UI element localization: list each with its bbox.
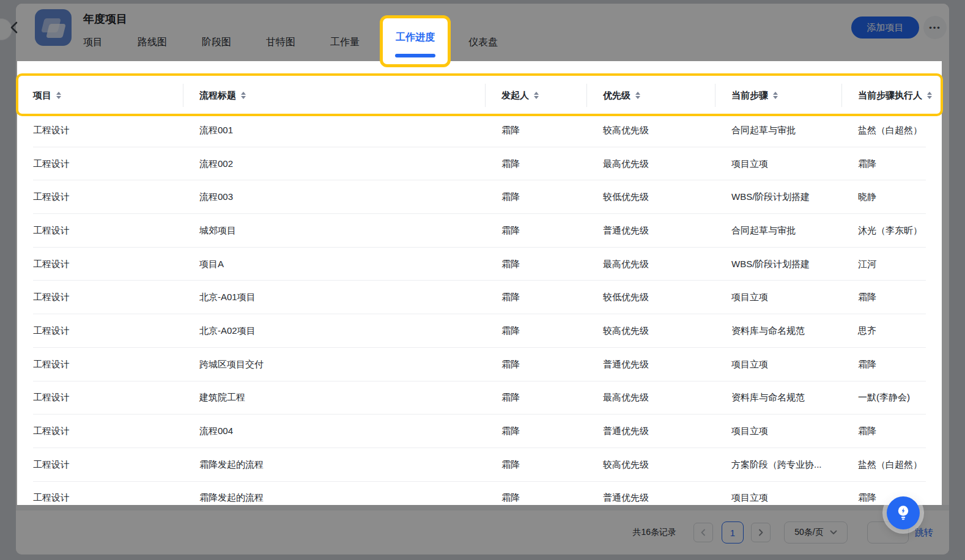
table-cell: 流程001 <box>183 125 486 136</box>
table-cell: 北京-A01项目 <box>183 292 486 303</box>
table-row[interactable]: 工程设计 北京-A02项目 霜降 较高优先级 资料库与命名规范 思齐 <box>17 314 942 348</box>
table-cell: 最高优先级 <box>587 158 715 170</box>
table-cell: 工程设计 <box>17 225 183 237</box>
table-cell: 沐光（李东昕） <box>842 225 942 237</box>
table-cell: 霜降 <box>842 292 942 303</box>
column-header-current-step[interactable]: 当前步骤 <box>715 77 842 114</box>
table-row[interactable]: 工程设计 建筑院工程 霜降 最高优先级 资料库与命名规范 一默(李静会) <box>17 381 942 415</box>
table-cell: 流程002 <box>183 158 486 170</box>
table-cell: 工程设计 <box>17 426 183 437</box>
table-row[interactable]: 工程设计 霜降发起的流程 霜降 普通优先级 项目立项 霜降 <box>17 482 942 505</box>
table-cell: 流程004 <box>183 426 486 437</box>
column-header-flow-title[interactable]: 流程标题 <box>183 77 486 114</box>
table-cell: 盐然（白超然） <box>842 459 942 471</box>
table-row[interactable]: 工程设计 流程001 霜降 较高优先级 合同起草与审批 盐然（白超然） <box>17 114 942 147</box>
table-cell: 霜降 <box>486 191 587 203</box>
table-cell: 项目立项 <box>715 292 842 303</box>
sort-icon <box>635 92 640 99</box>
table-cell: 较高优先级 <box>587 325 715 337</box>
table-cell: 普通优先级 <box>587 225 715 237</box>
table-cell: 霜降 <box>486 359 587 370</box>
table-cell: 霜降发起的流程 <box>183 459 486 471</box>
table-cell: 霜降 <box>486 459 587 471</box>
table-cell: 建筑院工程 <box>183 392 486 403</box>
table-row[interactable]: 工程设计 跨城区项目交付 霜降 普通优先级 项目立项 霜降 <box>17 348 942 381</box>
table-cell: 霜降 <box>486 492 587 504</box>
table-cell: 普通优先级 <box>587 359 715 370</box>
table-cell: 项目立项 <box>715 492 842 504</box>
table-cell: 工程设计 <box>17 125 183 136</box>
table-cell: 工程设计 <box>17 158 183 170</box>
table-cell: 霜降 <box>842 359 942 370</box>
column-header-initiator[interactable]: 发起人 <box>486 77 587 114</box>
table-cell: 方案阶段（跨专业协... <box>715 459 842 471</box>
table-row[interactable]: 工程设计 北京-A01项目 霜降 较低优先级 项目立项 霜降 <box>17 281 942 314</box>
table-cell: 北京-A02项目 <box>183 325 486 337</box>
table-row[interactable]: 工程设计 流程002 霜降 最高优先级 项目立项 霜降 <box>17 147 942 181</box>
sort-icon <box>534 92 539 99</box>
table-cell: 工程设计 <box>17 459 183 471</box>
table-cell: 工程设计 <box>17 259 183 270</box>
tour-dim-overlay <box>942 61 965 505</box>
table-cell: 最高优先级 <box>587 392 715 403</box>
table-cell: 资料库与命名规范 <box>715 325 842 337</box>
active-tab-label: 工作进度 <box>396 31 435 64</box>
table-cell: 霜降 <box>486 225 587 237</box>
table-cell: 霜降 <box>486 292 587 303</box>
table-cell: 合同起草与审批 <box>715 225 842 237</box>
column-header-current-step-executor[interactable]: 当前步骤执行人 <box>842 77 942 114</box>
table-cell: WBS/阶段计划搭建 <box>715 259 842 270</box>
table-cell: 跨城区项目交付 <box>183 359 486 370</box>
sort-icon <box>241 92 246 99</box>
sort-icon <box>927 92 932 99</box>
table-cell: 工程设计 <box>17 292 183 303</box>
table-cell: 霜降 <box>842 426 942 437</box>
table-cell: 霜降 <box>486 392 587 403</box>
table-cell: 普通优先级 <box>587 492 715 504</box>
column-header-project[interactable]: 项目 <box>17 77 183 114</box>
table-cell: 城郊项目 <box>183 225 486 237</box>
column-header-priority[interactable]: 优先级 <box>587 77 715 114</box>
table-cell: 思齐 <box>842 325 942 337</box>
table-row[interactable]: 工程设计 项目A 霜降 最高优先级 WBS/阶段计划搭建 江河 <box>17 248 942 281</box>
table-cell: 霜降 <box>486 325 587 337</box>
table-cell: 合同起草与审批 <box>715 125 842 136</box>
table-cell: 较高优先级 <box>587 125 715 136</box>
table-cell: 流程003 <box>183 191 486 203</box>
table-cell: WBS/阶段计划搭建 <box>715 191 842 203</box>
table-cell: 霜降发起的流程 <box>183 492 486 504</box>
table-cell: 项目立项 <box>715 426 842 437</box>
table-cell: 工程设计 <box>17 325 183 337</box>
tour-highlight-work-progress-tab[interactable]: 工作进度 <box>380 15 451 67</box>
table-cell: 霜降 <box>486 158 587 170</box>
table-cell: 项目立项 <box>715 359 842 370</box>
table-cell: 较高优先级 <box>587 459 715 471</box>
sort-icon <box>773 92 778 99</box>
app-window: 年度项目 项目 路线图 阶段图 甘特图 工作量 工作进度 仪表盘 添加项目 ••… <box>0 0 965 560</box>
active-tab-underline <box>395 54 435 57</box>
table-cell: 霜降 <box>486 125 587 136</box>
table-row[interactable]: 工程设计 城郊项目 霜降 普通优先级 合同起草与审批 沐光（李东昕） <box>17 214 942 248</box>
table-cell: 较低优先级 <box>587 191 715 203</box>
lightbulb-icon <box>895 504 911 521</box>
work-progress-table: 项目 流程标题 发起人 优先级 当前步骤 <box>17 61 942 505</box>
table-cell: 工程设计 <box>17 492 183 504</box>
table-body: 工程设计 流程001 霜降 较高优先级 合同起草与审批 盐然（白超然） 工程设计… <box>17 114 942 505</box>
table-row[interactable]: 工程设计 霜降发起的流程 霜降 较高优先级 方案阶段（跨专业协... 盐然（白超… <box>17 448 942 482</box>
table-cell: 霜降 <box>486 259 587 270</box>
table-row[interactable]: 工程设计 流程004 霜降 普通优先级 项目立项 霜降 <box>17 414 942 448</box>
table-cell: 一默(李静会) <box>842 392 942 403</box>
table-cell: 项目A <box>183 259 486 270</box>
table-header-row: 项目 流程标题 发起人 优先级 当前步骤 <box>17 77 942 114</box>
table-cell: 江河 <box>842 259 942 270</box>
main-card: 年度项目 项目 路线图 阶段图 甘特图 工作量 工作进度 仪表盘 添加项目 ••… <box>16 4 949 554</box>
table-cell: 较低优先级 <box>587 292 715 303</box>
table-row[interactable]: 工程设计 流程003 霜降 较低优先级 WBS/阶段计划搭建 晓静 <box>17 180 942 214</box>
table-cell: 工程设计 <box>17 191 183 203</box>
table-cell: 工程设计 <box>17 359 183 370</box>
table-cell: 霜降 <box>486 426 587 437</box>
tour-dim-overlay <box>0 61 17 505</box>
help-bulb-button[interactable] <box>887 496 920 529</box>
table-cell: 最高优先级 <box>587 259 715 270</box>
tour-dim-overlay <box>0 0 965 61</box>
